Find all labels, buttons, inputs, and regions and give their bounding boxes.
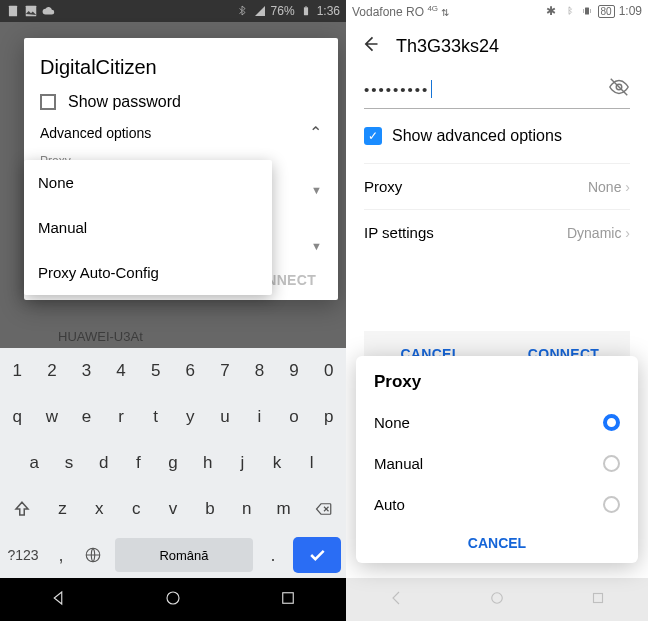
key-v[interactable]: v — [155, 486, 192, 532]
key-q[interactable]: q — [0, 394, 35, 440]
key-8[interactable]: 8 — [242, 348, 277, 394]
sheet-option-none[interactable]: None — [374, 402, 620, 443]
advanced-label: Advanced options — [40, 125, 151, 141]
key-h[interactable]: h — [190, 440, 225, 486]
sheet-title: Proxy — [374, 372, 620, 392]
key-p[interactable]: p — [311, 394, 346, 440]
key-m[interactable]: m — [265, 486, 302, 532]
option-pac[interactable]: Proxy Auto-Config — [24, 250, 272, 295]
language-key[interactable]: Română — [115, 538, 253, 572]
back-nav-icon[interactable] — [49, 589, 67, 611]
key-f[interactable]: f — [121, 440, 156, 486]
show-password-label: Show password — [68, 93, 181, 111]
clock: 1:09 — [619, 4, 642, 18]
key-z[interactable]: z — [44, 486, 81, 532]
shift-key[interactable] — [0, 486, 44, 532]
globe-key[interactable] — [76, 532, 110, 578]
key-7[interactable]: 7 — [208, 348, 243, 394]
battery-icon: 80 — [598, 5, 615, 18]
advanced-label: Show advanced options — [392, 127, 562, 145]
key-2[interactable]: 2 — [35, 348, 70, 394]
key-1[interactable]: 1 — [0, 348, 35, 394]
key-6[interactable]: 6 — [173, 348, 208, 394]
key-j[interactable]: j — [225, 440, 260, 486]
period-key[interactable]: . — [258, 532, 288, 578]
key-t[interactable]: t — [138, 394, 173, 440]
svg-rect-10 — [593, 593, 602, 602]
checkbox-checked-icon[interactable]: ✓ — [364, 127, 382, 145]
vibrate-icon — [580, 4, 594, 18]
key-w[interactable]: w — [35, 394, 70, 440]
key-g[interactable]: g — [156, 440, 191, 486]
key-r[interactable]: r — [104, 394, 139, 440]
carrier-label: Vodafone RO 4G ⇅ — [352, 4, 449, 19]
dialog-title: DigitalCitizen — [40, 56, 322, 79]
show-advanced-row[interactable]: ✓ Show advanced options — [364, 127, 630, 145]
svg-rect-7 — [585, 8, 589, 15]
nav-bar — [346, 578, 648, 621]
recent-nav-icon[interactable] — [589, 589, 607, 611]
bt-icon — [562, 4, 576, 18]
checkbox-icon[interactable] — [40, 94, 56, 110]
key-n[interactable]: n — [228, 486, 265, 532]
home-nav-icon[interactable] — [164, 589, 182, 611]
sheet-cancel-button[interactable]: CANCEL — [374, 525, 620, 555]
sheet-option-manual[interactable]: Manual — [374, 443, 620, 484]
enter-key[interactable] — [293, 537, 341, 573]
key-i[interactable]: i — [242, 394, 277, 440]
chevron-up-icon: ⌃ — [309, 123, 322, 142]
svg-point-5 — [167, 592, 179, 604]
key-o[interactable]: o — [277, 394, 312, 440]
key-row-2: a s d f g h j k l — [0, 440, 346, 486]
key-4[interactable]: 4 — [104, 348, 139, 394]
proxy-row[interactable]: Proxy None — [364, 163, 630, 209]
key-l[interactable]: l — [294, 440, 329, 486]
advanced-options-row[interactable]: Advanced options ⌃ — [40, 123, 322, 142]
symbols-key[interactable]: ?123 — [0, 532, 46, 578]
key-c[interactable]: c — [118, 486, 155, 532]
bottom-row: ?123 , Română . — [0, 532, 346, 578]
key-k[interactable]: k — [260, 440, 295, 486]
key-s[interactable]: s — [52, 440, 87, 486]
back-icon[interactable] — [360, 34, 380, 58]
ip-row[interactable]: IP settings Dynamic — [364, 209, 630, 255]
num-row: 1 2 3 4 5 6 7 8 9 0 — [0, 348, 346, 394]
key-d[interactable]: d — [86, 440, 121, 486]
ip-value: Dynamic — [567, 225, 630, 241]
sheet-option-auto[interactable]: Auto — [374, 484, 620, 525]
key-u[interactable]: u — [208, 394, 243, 440]
key-3[interactable]: 3 — [69, 348, 104, 394]
key-a[interactable]: a — [17, 440, 52, 486]
recent-nav-icon[interactable] — [279, 589, 297, 611]
radio-icon — [603, 496, 620, 513]
proxy-label: Proxy — [364, 178, 402, 195]
backspace-key[interactable] — [302, 486, 346, 532]
key-9[interactable]: 9 — [277, 348, 312, 394]
key-y[interactable]: y — [173, 394, 208, 440]
key-e[interactable]: e — [69, 394, 104, 440]
option-none[interactable]: None — [24, 160, 272, 205]
svg-point-9 — [492, 592, 503, 603]
status-bar: Vodafone RO 4G ⇅ ✱ 80 1:09 — [346, 0, 648, 22]
bluetooth-icon: ✱ — [544, 4, 558, 18]
svg-rect-6 — [283, 592, 294, 603]
nav-bar — [0, 578, 346, 621]
page-title: Th3G33ks24 — [396, 36, 499, 57]
key-b[interactable]: b — [191, 486, 228, 532]
bg-wifi-item: HUAWEI-U3At — [58, 329, 143, 344]
key-0[interactable]: 0 — [311, 348, 346, 394]
visibility-off-icon[interactable] — [608, 76, 630, 102]
key-row-1: q w e r t y u i o p — [0, 394, 346, 440]
back-nav-icon[interactable] — [387, 589, 405, 611]
option-manual[interactable]: Manual — [24, 205, 272, 250]
password-field[interactable]: ••••••••• — [364, 70, 630, 109]
show-password-row[interactable]: Show password — [40, 93, 322, 111]
keyboard: 1 2 3 4 5 6 7 8 9 0 q w e r t y u i o p … — [0, 348, 346, 578]
header: Th3G33ks24 — [346, 22, 648, 70]
key-5[interactable]: 5 — [138, 348, 173, 394]
radio-icon — [603, 455, 620, 472]
key-row-3: z x c v b n m — [0, 486, 346, 532]
home-nav-icon[interactable] — [488, 589, 506, 611]
comma-key[interactable]: , — [46, 532, 76, 578]
key-x[interactable]: x — [81, 486, 118, 532]
